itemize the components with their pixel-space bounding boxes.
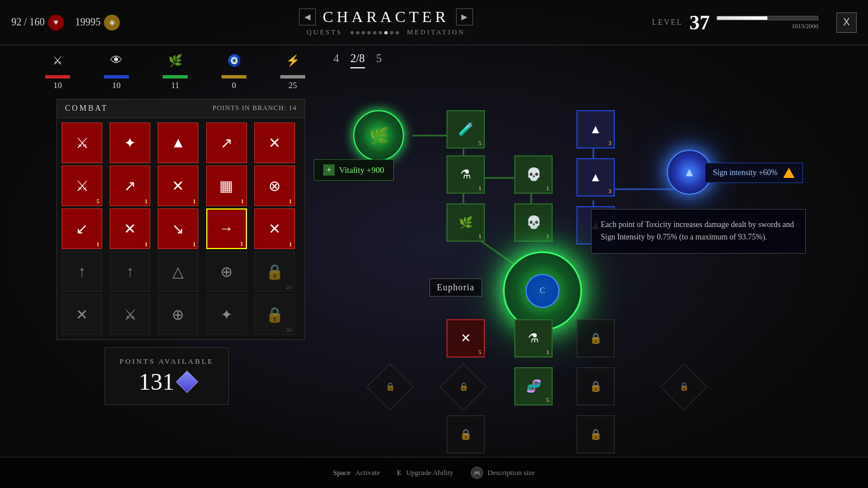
skill-cell-0-0[interactable]: ⚔ — [62, 123, 102, 163]
tree-node-potion-2[interactable]: ⚗ 1 — [446, 155, 485, 194]
points-number: 131 — [139, 368, 175, 395]
alchemy-circle-node[interactable]: 🌿 — [353, 110, 404, 161]
description-text: Each point of Toxicity increases damage … — [601, 219, 796, 244]
hp-icon: ♥ — [48, 15, 64, 30]
skill-icon-4-0: ✕ — [62, 295, 102, 334]
skill-cell-0-1[interactable]: ✦ — [110, 123, 150, 163]
general-cat-value: 0 — [232, 81, 236, 90]
skill-cell-1-4[interactable]: ⊗ 1 — [254, 165, 295, 206]
tree-node-red-cross[interactable]: ✕ 5 — [446, 319, 485, 358]
skill-icon-1-2: ✕ — [158, 166, 198, 206]
tree-node-locked-3[interactable]: 🔒 — [446, 415, 485, 454]
combat-cat-icon: ⚔ — [45, 48, 70, 73]
level-section: LEVEL 37 1013/2000 X — [652, 11, 857, 34]
level-label: LEVEL — [652, 18, 683, 27]
skill-cell-3-1[interactable]: ↑ — [110, 251, 150, 292]
skill-cell-2-4[interactable]: ✕ 1 — [254, 208, 295, 249]
skill-cell-1-3[interactable]: ▦ 1 — [206, 165, 247, 206]
general-cat-bar — [222, 75, 246, 79]
skill-icon-3-2: △ — [158, 252, 198, 291]
bottom-bar: Space Activate E Upgrade Ability 🎮 Descr… — [0, 457, 868, 488]
tree-diamond-locked-3[interactable]: 🔒 — [660, 363, 708, 411]
skill-cell-1-2[interactable]: ✕ 1 — [158, 165, 198, 206]
skill-cat-general[interactable]: 🧿 0 — [222, 48, 246, 90]
skill-icon-1-0: ⚔ — [62, 166, 102, 206]
sign-intensity-tooltip: Sign intensity +60% — [705, 163, 803, 183]
skill-icon-2-4: ✕ — [255, 209, 294, 249]
lock-num-4-4: 30 — [286, 326, 292, 333]
skill-cell-3-4[interactable]: 🔒 20 — [254, 251, 295, 292]
skill-cell-1-0[interactable]: ⚔ 5 — [62, 165, 102, 206]
tree-node-locked-2[interactable]: 🔒 — [576, 367, 615, 406]
skill-cat-abilities[interactable]: ⚡ 25 — [280, 48, 305, 90]
tree-diamond-locked-2[interactable]: 🔒 — [440, 363, 488, 411]
nav-left-button[interactable]: ◄ — [299, 8, 316, 25]
skill-cell-3-3[interactable]: ⊕ — [206, 251, 247, 292]
tree-diamond-locked-1[interactable]: 🔒 — [366, 363, 414, 411]
alchemy-cat-bar — [163, 75, 188, 79]
alchemy-cat-icon: 🌿 — [163, 48, 188, 73]
close-button[interactable]: X — [836, 12, 857, 33]
tree-node-skull-1[interactable]: 💀 1 — [514, 155, 553, 194]
tree-node-skull-2[interactable]: 💀 1 — [514, 203, 553, 242]
signs-cat-bar — [104, 75, 129, 79]
euphoria-label: Euphoria — [429, 278, 482, 297]
tree-node-herb[interactable]: 🌿 1 — [446, 203, 485, 242]
dot-4 — [367, 31, 371, 34]
xp-bar-wrapper: 1013/2000 — [717, 16, 818, 29]
skill-categories: ⚔ 10 👁 10 🌿 11 🧿 0 ⚡ 25 — [45, 48, 305, 90]
signs-cat-value: 10 — [112, 81, 121, 90]
skill-cell-4-0[interactable]: ✕ — [62, 294, 102, 335]
skill-cell-3-0[interactable]: ↑ — [62, 251, 102, 292]
level-value: 37 — [689, 11, 710, 34]
tree-node-dna[interactable]: 🧬 5 — [514, 367, 553, 406]
tree-node-locked-1[interactable]: 🔒 — [576, 319, 615, 358]
tree-node-potion-top[interactable]: 🧪 5 — [446, 110, 485, 149]
skill-icon-3-0: ↑ — [62, 252, 102, 291]
hp-value: 92 / 160 — [11, 16, 45, 28]
skill-icon-0-1: ✦ — [110, 123, 150, 163]
skill-cell-0-2[interactable]: ▲ — [158, 123, 198, 163]
nav-right-button[interactable]: ► — [456, 8, 473, 25]
skill-cell-2-3[interactable]: → 1 — [206, 208, 247, 249]
euphoria-node[interactable]: C — [503, 251, 582, 330]
skill-badge-1-3: 1 — [241, 198, 244, 204]
skill-cat-combat[interactable]: ⚔ 10 — [45, 48, 70, 90]
coin-stat: 19995 ◈ — [75, 15, 120, 30]
skill-cell-4-1[interactable]: ⚔ — [110, 294, 150, 335]
tree-node-blue-2[interactable]: ▲ 3 — [576, 158, 615, 197]
xp-fill — [717, 16, 767, 20]
activate-action: Activate — [355, 468, 380, 477]
upgrade-action: Upgrade Ability — [406, 468, 453, 477]
skill-cell-4-4[interactable]: 🔒 30 — [254, 294, 295, 335]
combat-cat-value: 10 — [54, 81, 62, 90]
combat-panel: COMBAT POINTS IN BRANCH: 14 ⚔ ✦ ▲ ↗ ✕ ⚔ — [57, 99, 305, 340]
skill-cell-1-1[interactable]: ↗ 1 — [110, 165, 150, 206]
skill-icon-0-2: ▲ — [158, 123, 198, 163]
space-key: Space — [333, 468, 350, 477]
skill-cell-0-4[interactable]: ✕ — [254, 123, 295, 163]
top-bar: 92 / 160 ♥ 19995 ◈ ◄ CHARACTER ► QUESTS — [0, 0, 868, 45]
skill-cell-4-2[interactable]: ⊕ — [158, 294, 198, 335]
skill-cell-0-3[interactable]: ↗ — [206, 123, 247, 163]
skill-icon-1-3: ▦ — [207, 166, 246, 206]
skill-cell-2-2[interactable]: ↘ 1 — [158, 208, 198, 249]
skill-cat-alchemy[interactable]: 🌿 11 — [163, 48, 188, 90]
node-badge-herb: 1 — [479, 233, 482, 239]
skill-cell-2-1[interactable]: ✕ 1 — [110, 208, 150, 249]
tree-node-locked-4[interactable]: 🔒 — [576, 415, 615, 454]
alchemy-cat-value: 11 — [171, 81, 179, 90]
skill-cell-2-0[interactable]: ↙ 1 — [62, 208, 102, 249]
skill-cell-4-3[interactable]: ✦ — [206, 294, 247, 335]
skill-icon-3-1: ↑ — [110, 252, 150, 291]
skill-icon-4-1: ⚔ — [110, 295, 150, 334]
node-badge-blue-2: 3 — [609, 188, 612, 194]
tree-node-blue-top[interactable]: ▲ 3 — [576, 110, 615, 149]
skill-cell-3-2[interactable]: △ — [158, 251, 198, 292]
tree-node-green-2[interactable]: ⚗ 1 — [514, 319, 553, 358]
lock-num-3-4: 20 — [286, 284, 292, 290]
skill-cat-signs[interactable]: 👁 10 — [104, 48, 129, 90]
diamond-icon — [176, 371, 198, 393]
skill-icon-2-2: ↘ — [158, 209, 198, 249]
skill-icon-4-3: ✦ — [207, 295, 246, 334]
